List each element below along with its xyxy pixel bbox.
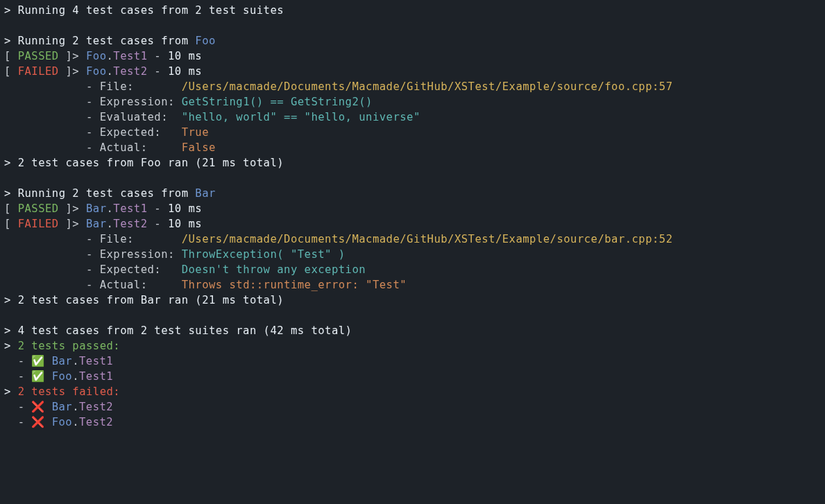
test-result-line: [ PASSED ]> Bar.Test1 - 10 ms [4,202,202,215]
suite-ran-line: > 2 test cases from Bar ran (21 ms total… [4,294,284,306]
detail-file: - File: /Users/macmade/Documents/Macmade… [4,233,673,245]
cross-icon: ❌ [31,401,51,413]
summary-failed-item: - ❌ Bar.Test2 [4,401,113,413]
summary-passed-item: - ✅ Bar.Test1 [4,355,113,367]
check-icon: ✅ [31,370,51,383]
summary-passed-item: - ✅ Foo.Test1 [4,370,113,383]
detail-file: - File: /Users/macmade/Documents/Macmade… [4,80,673,93]
status-failed: FAILED [18,65,59,78]
detail-actual: - Actual: False [4,141,216,154]
detail-expression: - Expression: GetString1() == GetString2… [4,96,373,108]
suite-ran-line: > 2 test cases from Foo ran (21 ms total… [4,157,284,169]
detail-expected: - Expected: Doesn't throw any exception [4,263,366,276]
status-failed: FAILED [18,218,59,230]
detail-expression: - Expression: ThrowException( "Test" ) [4,248,346,261]
check-icon: ✅ [31,355,51,367]
detail-evaluated: - Evaluated: "hello, world" == "hello, u… [4,111,420,123]
test-result-line: [ FAILED ]> Foo.Test2 - 10 ms [4,65,202,78]
detail-actual: - Actual: Throws std::runtime_error: "Te… [4,279,407,291]
test-result-line: [ PASSED ]> Foo.Test1 - 10 ms [4,50,202,62]
summary-total-line: > 4 test cases from 2 test suites ran (4… [4,324,352,337]
suite-running-line: > Running 2 test cases from Foo [4,35,216,47]
test-result-line: [ FAILED ]> Bar.Test2 - 10 ms [4,218,202,230]
status-passed: PASSED [18,50,59,62]
summary-failed-item: - ❌ Foo.Test2 [4,416,113,428]
terminal-output: > Running 4 test cases from 2 test suite… [0,0,825,433]
detail-expected: - Expected: True [4,126,209,139]
cross-icon: ❌ [31,416,51,428]
summary-failed-line: > 2 tests failed: [4,385,120,398]
status-passed: PASSED [18,202,59,215]
summary-passed-line: > 2 tests passed: [4,340,120,352]
header-line: > Running 4 test cases from 2 test suite… [4,4,284,17]
suite-running-line: > Running 2 test cases from Bar [4,187,216,200]
